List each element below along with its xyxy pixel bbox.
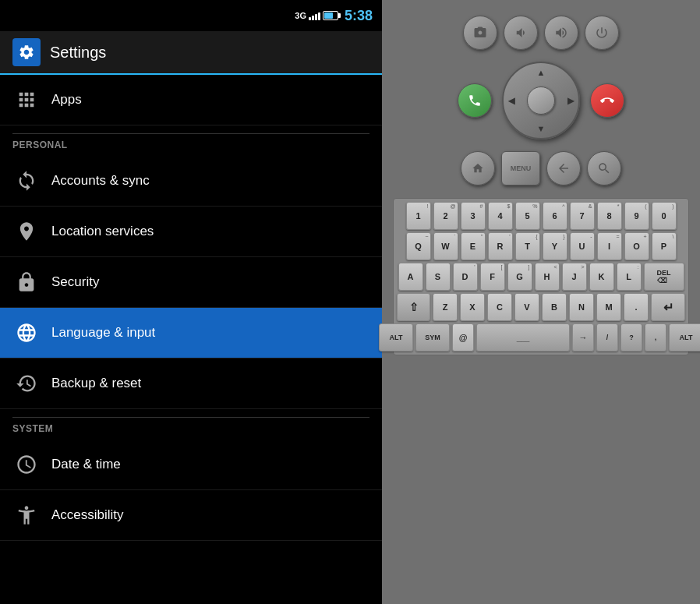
key-o[interactable]: O+ bbox=[624, 232, 649, 260]
security-icon bbox=[12, 268, 41, 296]
shift-key[interactable]: ⇧ bbox=[397, 293, 430, 321]
end-call-button[interactable] bbox=[590, 83, 624, 118]
backup-icon bbox=[12, 369, 41, 397]
sidebar-item-location-services[interactable]: Location services bbox=[0, 207, 382, 257]
key-v[interactable]: V bbox=[514, 293, 539, 321]
key-0[interactable]: 0) bbox=[652, 202, 677, 230]
key-q[interactable]: Q~ bbox=[406, 232, 431, 260]
settings-icon-box bbox=[12, 38, 41, 66]
slash-key[interactable]: / bbox=[596, 323, 618, 351]
key-m[interactable]: M bbox=[596, 293, 621, 321]
sym-key[interactable]: SYM bbox=[415, 323, 450, 351]
key-4[interactable]: 4$ bbox=[488, 202, 513, 230]
home-button[interactable] bbox=[461, 151, 495, 185]
key-d[interactable]: D' bbox=[453, 263, 478, 291]
datetime-icon bbox=[12, 450, 41, 479]
key-e[interactable]: E" bbox=[461, 232, 486, 260]
key-g[interactable]: G] bbox=[507, 263, 532, 291]
enter-key[interactable]: ↵ bbox=[651, 293, 685, 321]
section-system-label: SYSTEM bbox=[12, 423, 53, 434]
sidebar-item-accessibility[interactable]: Accessibility bbox=[0, 490, 382, 541]
dpad-down[interactable]: ▼ bbox=[537, 124, 546, 133]
remote-bottom-row: MENU bbox=[461, 151, 621, 185]
camera-button[interactable] bbox=[463, 16, 497, 50]
delete-key[interactable]: DEL⌫ bbox=[644, 263, 684, 291]
alt-key-left[interactable]: ALT bbox=[379, 323, 413, 351]
date-time-label: Date & time bbox=[51, 457, 121, 472]
volume-up-button[interactable] bbox=[544, 16, 578, 50]
sidebar-item-language-input[interactable]: Language & input bbox=[0, 308, 382, 359]
key-y[interactable]: Y} bbox=[543, 232, 567, 260]
space-key[interactable]: ___ bbox=[476, 323, 570, 351]
key-i[interactable]: I= bbox=[597, 232, 622, 260]
key-s[interactable]: S bbox=[426, 263, 451, 291]
kb-row-asdf: A S D' F[ G] H< J> K L: DEL⌫ bbox=[397, 263, 685, 291]
key-9[interactable]: 9( bbox=[624, 202, 649, 230]
key-h[interactable]: H< bbox=[535, 263, 560, 291]
dpad-container: ▲ ▼ ◀ ▶ bbox=[498, 58, 584, 143]
call-button[interactable] bbox=[458, 83, 492, 118]
section-system: SYSTEM bbox=[0, 409, 382, 440]
alt-key-right[interactable]: ALT bbox=[669, 323, 700, 351]
key-t[interactable]: T{ bbox=[515, 232, 540, 260]
remote-control: ▲ ▼ ◀ ▶ MENU bbox=[458, 16, 624, 185]
key-c[interactable]: C bbox=[487, 293, 512, 321]
section-personal: PERSONAL bbox=[0, 125, 382, 156]
kb-row-numbers: 1! 2@ 3# 4$ 5% 6^ 7& 8* 9( 0) bbox=[397, 202, 685, 230]
sidebar-item-apps[interactable]: Apps bbox=[0, 75, 382, 125]
key-b[interactable]: B bbox=[542, 293, 567, 321]
sidebar-item-date-time[interactable]: Date & time bbox=[0, 440, 382, 490]
back-button[interactable] bbox=[546, 151, 581, 185]
arrow-right-key[interactable]: → bbox=[572, 323, 594, 351]
key-5[interactable]: 5% bbox=[515, 202, 540, 230]
sidebar-item-security[interactable]: Security bbox=[0, 257, 382, 308]
question-key[interactable]: ? bbox=[620, 323, 642, 351]
key-k[interactable]: K bbox=[589, 263, 614, 291]
key-j[interactable]: J> bbox=[562, 263, 587, 291]
key-a[interactable]: A bbox=[398, 263, 423, 291]
key-f[interactable]: F[ bbox=[480, 263, 505, 291]
comma-key[interactable]: , bbox=[645, 323, 666, 351]
key-x[interactable]: X bbox=[460, 293, 485, 321]
kb-row-qwerty: Q~ W` E" R' T{ Y} U- I= O+ P\ bbox=[397, 232, 685, 260]
search-button[interactable] bbox=[587, 151, 621, 185]
key-period[interactable]: . bbox=[624, 293, 649, 321]
key-z[interactable]: Z bbox=[433, 293, 458, 321]
sidebar-item-accounts-sync[interactable]: Accounts & sync bbox=[0, 156, 382, 207]
dpad-ring[interactable]: ▲ ▼ ◀ ▶ bbox=[502, 62, 580, 140]
section-personal-label: PERSONAL bbox=[12, 140, 68, 150]
phone-panel: 3G 5:38 Settings bbox=[0, 0, 382, 604]
accounts-sync-label: Accounts & sync bbox=[51, 173, 150, 189]
key-n[interactable]: N bbox=[569, 293, 594, 321]
key-w[interactable]: W` bbox=[433, 232, 458, 260]
key-8[interactable]: 8* bbox=[597, 202, 622, 230]
time-display: 5:38 bbox=[345, 8, 373, 24]
key-3[interactable]: 3# bbox=[461, 202, 486, 230]
remote-top-row bbox=[463, 16, 619, 50]
volume-down-button[interactable] bbox=[504, 16, 538, 50]
battery-icon bbox=[323, 11, 338, 20]
accessibility-label: Accessibility bbox=[51, 507, 124, 523]
signal-bars bbox=[309, 11, 320, 20]
at-key[interactable]: @ bbox=[452, 323, 474, 351]
apps-icon bbox=[12, 86, 41, 114]
key-7[interactable]: 7& bbox=[570, 202, 595, 230]
settings-header: Settings bbox=[0, 31, 382, 75]
dpad-up[interactable]: ▲ bbox=[537, 68, 546, 77]
location-icon bbox=[12, 217, 41, 245]
key-u[interactable]: U- bbox=[570, 232, 595, 260]
key-6[interactable]: 6^ bbox=[543, 202, 567, 230]
key-l[interactable]: L: bbox=[617, 263, 642, 291]
apps-label: Apps bbox=[51, 92, 82, 108]
key-2[interactable]: 2@ bbox=[433, 202, 458, 230]
key-r[interactable]: R' bbox=[488, 232, 513, 260]
dpad-center[interactable] bbox=[527, 87, 555, 115]
menu-button[interactable]: MENU bbox=[501, 151, 540, 185]
language-icon bbox=[12, 319, 41, 347]
power-button[interactable] bbox=[585, 16, 619, 50]
sidebar-item-backup-reset[interactable]: Backup & reset bbox=[0, 359, 382, 409]
dpad-left[interactable]: ◀ bbox=[508, 96, 514, 106]
key-p[interactable]: P\ bbox=[652, 232, 677, 260]
dpad-right[interactable]: ▶ bbox=[567, 96, 574, 106]
key-1[interactable]: 1! bbox=[406, 202, 431, 230]
